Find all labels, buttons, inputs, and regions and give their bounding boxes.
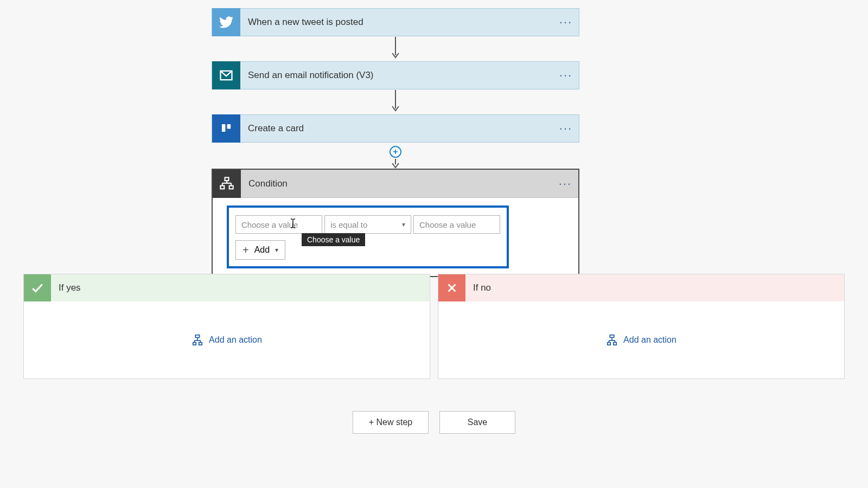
condition-left-value-input[interactable] xyxy=(235,215,322,234)
add-button-label: Add xyxy=(254,245,270,255)
twitter-icon xyxy=(212,8,240,36)
condition-rule-group: is equal to ▾ + Add ▾ Choose a value xyxy=(227,206,509,268)
action-card-email[interactable]: Send an email notification (V3) ··· xyxy=(212,61,579,89)
save-label: Save xyxy=(468,418,487,427)
svg-rect-19 xyxy=(193,343,196,345)
close-icon xyxy=(438,274,465,301)
if-yes-branch: If yes Add an action xyxy=(23,274,430,379)
add-action-label: Add an action xyxy=(209,335,262,345)
condition-operator-label: is equal to xyxy=(330,220,367,229)
if-no-branch: If no Add an action xyxy=(438,274,845,379)
step-menu-icon[interactable]: ··· xyxy=(553,68,579,82)
svg-rect-23 xyxy=(610,335,614,338)
chevron-down-icon: ▾ xyxy=(402,221,405,228)
svg-rect-12 xyxy=(220,185,224,189)
save-button[interactable]: Save xyxy=(439,411,515,434)
connector-arrow xyxy=(212,89,579,114)
action-title: Create a card xyxy=(240,123,553,134)
condition-card[interactable]: Condition ··· is equal to ▾ + Ad xyxy=(212,169,579,277)
if-yes-label: If yes xyxy=(51,282,81,293)
new-step-button[interactable]: + New step xyxy=(353,411,429,434)
add-action-button-yes[interactable]: Add an action xyxy=(192,334,262,346)
step-menu-icon[interactable]: ··· xyxy=(552,177,578,191)
condition-operator-dropdown[interactable]: is equal to ▾ xyxy=(324,215,411,234)
svg-rect-29 xyxy=(614,343,617,345)
add-action-button-no[interactable]: Add an action xyxy=(606,334,676,346)
condition-icon xyxy=(213,170,241,198)
add-action-label: Add an action xyxy=(623,335,676,345)
chevron-down-icon: ▾ xyxy=(275,246,278,254)
action-card-trello[interactable]: Create a card ··· xyxy=(212,114,579,143)
add-action-icon xyxy=(192,334,203,346)
if-no-label: If no xyxy=(465,282,491,293)
add-action-icon xyxy=(606,334,618,346)
new-step-label: + New step xyxy=(369,418,412,427)
svg-rect-4 xyxy=(222,124,226,132)
svg-rect-14 xyxy=(195,335,199,338)
action-title: Send an email notification (V3) xyxy=(240,70,553,81)
trello-icon xyxy=(212,114,240,143)
svg-rect-20 xyxy=(199,343,202,345)
check-icon xyxy=(24,274,51,301)
svg-rect-13 xyxy=(229,185,233,189)
plus-icon: + xyxy=(242,245,249,255)
step-menu-icon[interactable]: ··· xyxy=(553,121,579,136)
svg-rect-28 xyxy=(608,343,611,345)
trigger-card-twitter[interactable]: When a new tweet is posted ··· xyxy=(212,8,579,36)
svg-rect-7 xyxy=(225,177,229,181)
tooltip-choose-value: Choose a value xyxy=(302,233,365,246)
svg-rect-5 xyxy=(227,124,231,129)
connector-arrow xyxy=(391,159,400,169)
condition-add-button[interactable]: + Add ▾ xyxy=(235,240,285,260)
condition-right-value-input[interactable] xyxy=(413,215,500,234)
insert-step-connector: + xyxy=(212,143,579,169)
condition-title: Condition xyxy=(241,178,552,189)
insert-step-button[interactable]: + xyxy=(390,146,401,158)
mail-icon xyxy=(212,61,240,89)
step-menu-icon[interactable]: ··· xyxy=(553,15,579,29)
connector-arrow xyxy=(212,36,579,61)
trigger-title: When a new tweet is posted xyxy=(240,17,553,28)
